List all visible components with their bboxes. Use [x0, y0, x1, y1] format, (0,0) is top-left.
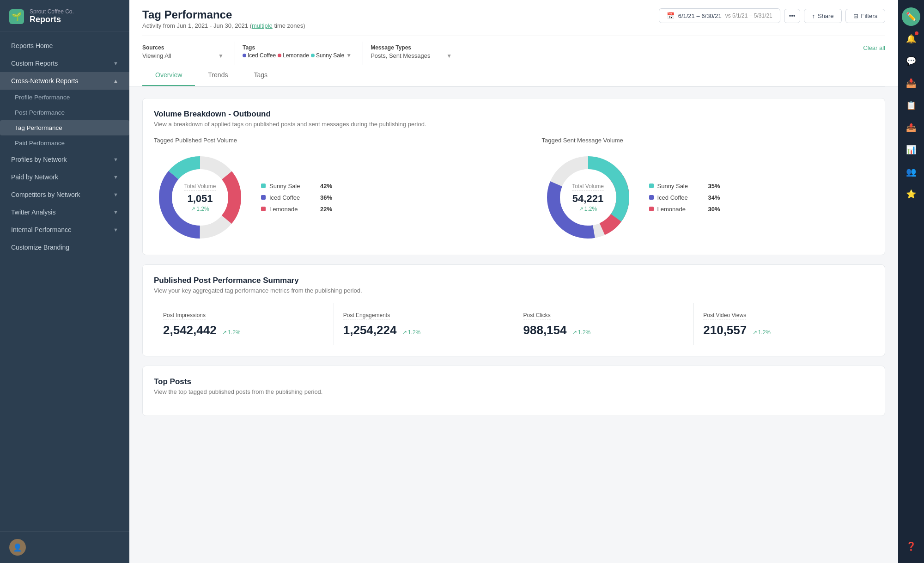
volume-breakdown-card: Volume Breakdown - Outbound View a break…: [142, 98, 885, 255]
help-button[interactable]: ❓: [902, 537, 920, 556]
filters-row: Sources Viewing All ▼ Tags Iced Coffee L…: [142, 36, 885, 65]
chevron-down-icon: ▼: [446, 53, 452, 59]
sidebar-header: 🌱 Sprout Coffee Co. Reports: [0, 0, 129, 31]
donut-chart-1: Total Volume 1,051 ↗ 1.2%: [154, 151, 246, 244]
legend-item: Iced Coffee 34%: [649, 194, 720, 201]
tab-overview[interactable]: Overview: [142, 65, 195, 86]
legend-color-dot: [649, 195, 654, 200]
publish-button[interactable]: 📤: [902, 118, 920, 137]
chart1-label: Tagged Published Post Volume: [154, 137, 486, 144]
edit-button[interactable]: ✏️: [902, 7, 920, 26]
stat-post-video-views: Post Video Views 210,557 ↗ 1.2%: [694, 303, 874, 345]
sidebar-item-cross-network[interactable]: Cross-Network Reports ▲: [0, 72, 129, 90]
tag-color-dot: [311, 54, 315, 57]
sidebar-item-internal-performance[interactable]: Internal Performance ▼: [0, 221, 129, 239]
reviews-button[interactable]: ⭐: [902, 185, 920, 203]
content-area: Volume Breakdown - Outbound View a break…: [129, 87, 898, 563]
tag-color-dot: [243, 54, 246, 57]
legend-item: Iced Coffee 36%: [261, 194, 332, 201]
sidebar-item-tag-performance[interactable]: Tag Performance: [0, 120, 129, 135]
top-posts-desc: View the top tagged published posts from…: [154, 388, 874, 395]
tab-tags[interactable]: Tags: [241, 65, 280, 86]
legend-color-dot: [261, 184, 266, 188]
timezone-link[interactable]: multiple: [252, 22, 273, 29]
team-button[interactable]: 👥: [902, 163, 920, 181]
stat-post-engagements: Post Engagements 1,254,224 ↗ 1.2%: [334, 303, 514, 345]
sidebar-footer: 👤: [0, 531, 129, 563]
charts-row: Tagged Published Post Volume: [154, 137, 874, 244]
tab-trends[interactable]: Trends: [195, 65, 241, 86]
date-range-button[interactable]: 📅 6/1/21 – 6/30/21 vs 5/1/21 – 5/31/21: [659, 8, 780, 23]
sidebar-item-profile-performance[interactable]: Profile Performance: [0, 90, 129, 105]
sources-filter[interactable]: Sources Viewing All ▼: [142, 42, 235, 65]
filters-button[interactable]: ⊟ Filters: [845, 9, 885, 23]
legend-item: Sunny Sale 35%: [649, 183, 720, 190]
page-subtitle: Activity from Jun 1, 2021 - Jun 30, 2021…: [142, 22, 305, 29]
legend-color-dot: [261, 195, 266, 200]
main-content: Tag Performance Activity from Jun 1, 202…: [129, 0, 898, 563]
donut-chart-2: Total Volume 54,221 ↗ 1.2%: [542, 151, 634, 244]
performance-card-desc: View your key aggregated tag performance…: [154, 287, 874, 294]
sidebar-item-post-performance[interactable]: Post Performance: [0, 105, 129, 120]
chart1-section: Tagged Published Post Volume: [154, 137, 486, 244]
header-actions: 📅 6/1/21 – 6/30/21 vs 5/1/21 – 5/31/21 •…: [659, 8, 885, 23]
chart2-legend: Sunny Sale 35% Iced Coffee 34% Lemonade: [649, 183, 720, 213]
sidebar-item-custom-reports[interactable]: Custom Reports ▼: [0, 55, 129, 72]
volume-card-title: Volume Breakdown - Outbound: [154, 110, 874, 119]
chevron-down-icon: ▼: [346, 52, 352, 59]
tag-lemonade: Lemonade: [278, 52, 309, 59]
stat-post-impressions: Post Impressions 2,542,442 ↗ 1.2%: [154, 303, 334, 345]
arrow-up-icon: ↗: [753, 329, 757, 336]
message-types-filter[interactable]: Message Types Posts, Sent Messages ▼: [371, 42, 463, 65]
chart2-label: Tagged Sent Message Volume: [542, 137, 874, 144]
tag-iced-coffee: Iced Coffee: [243, 52, 276, 59]
clear-all-button[interactable]: Clear all: [863, 42, 885, 65]
sidebar-item-profiles-by-network[interactable]: Profiles by Network ▼: [0, 151, 129, 168]
filter-divider: [363, 42, 363, 65]
share-button[interactable]: ↑ Share: [804, 9, 841, 23]
sidebar: 🌱 Sprout Coffee Co. Reports Reports Home…: [0, 0, 129, 563]
sidebar-item-reports-home[interactable]: Reports Home: [0, 37, 129, 55]
arrow-up-icon: ↗: [222, 329, 227, 336]
top-posts-title: Top Posts: [154, 377, 874, 386]
tags-filter[interactable]: Tags Iced Coffee Lemonade Sunny Sale ▼: [243, 42, 363, 65]
arrow-up-icon: ↗: [579, 206, 584, 212]
user-avatar[interactable]: 👤: [9, 539, 26, 556]
company-name: Sprout Coffee Co.: [30, 8, 74, 15]
app-logo: 🌱: [9, 9, 24, 24]
sidebar-item-twitter-analysis[interactable]: Twitter Analysis ▼: [0, 203, 129, 221]
stat-post-clicks: Post Clicks 988,154 ↗ 1.2%: [514, 303, 694, 345]
right-icon-bar: ✏️ 🔔 💬 📥 📋 📤 📊 👥 ⭐ ❓: [898, 0, 924, 563]
tabs-row: Overview Trends Tags: [142, 65, 885, 86]
sidebar-item-paid-by-network[interactable]: Paid by Network ▼: [0, 168, 129, 186]
chevron-down-icon: ▼: [113, 209, 118, 215]
chevron-down-icon: ▼: [113, 227, 118, 233]
messages-button[interactable]: 💬: [902, 52, 920, 70]
sidebar-item-customize-branding[interactable]: Customize Branding: [0, 239, 129, 256]
chevron-down-icon: ▼: [113, 192, 118, 197]
page-title: Tag Performance: [142, 8, 305, 21]
performance-summary-card: Published Post Performance Summary View …: [142, 264, 885, 356]
notification-badge: [915, 31, 918, 35]
analytics-button[interactable]: 📊: [902, 141, 920, 159]
sidebar-item-competitors-by-network[interactable]: Competitors by Network ▼: [0, 186, 129, 203]
app-title: Reports: [30, 15, 74, 24]
notifications-button[interactable]: 🔔: [902, 30, 920, 48]
arrow-up-icon: ↗: [572, 329, 577, 336]
arrow-up-icon: ↗: [191, 206, 195, 212]
legend-color-dot: [649, 207, 654, 211]
more-options-button[interactable]: •••: [784, 9, 801, 23]
sidebar-item-paid-performance[interactable]: Paid Performance: [0, 135, 129, 151]
chevron-up-icon: ▲: [113, 78, 118, 84]
legend-color-dot: [261, 207, 266, 211]
volume-card-desc: View a breakdown of applied tags on publ…: [154, 121, 874, 128]
tasks-button[interactable]: 📋: [902, 96, 920, 115]
legend-item: Lemonade 30%: [649, 206, 720, 213]
legend-item: Lemonade 22%: [261, 206, 332, 213]
tag-sunny-sale: Sunny Sale: [311, 52, 344, 59]
donut1-center: Total Volume 1,051 ↗ 1.2%: [184, 183, 216, 212]
chevron-down-icon: ▼: [218, 53, 224, 59]
chevron-down-icon: ▼: [113, 61, 118, 66]
calendar-icon: 📅: [667, 12, 675, 19]
inbox-button[interactable]: 📥: [902, 74, 920, 92]
